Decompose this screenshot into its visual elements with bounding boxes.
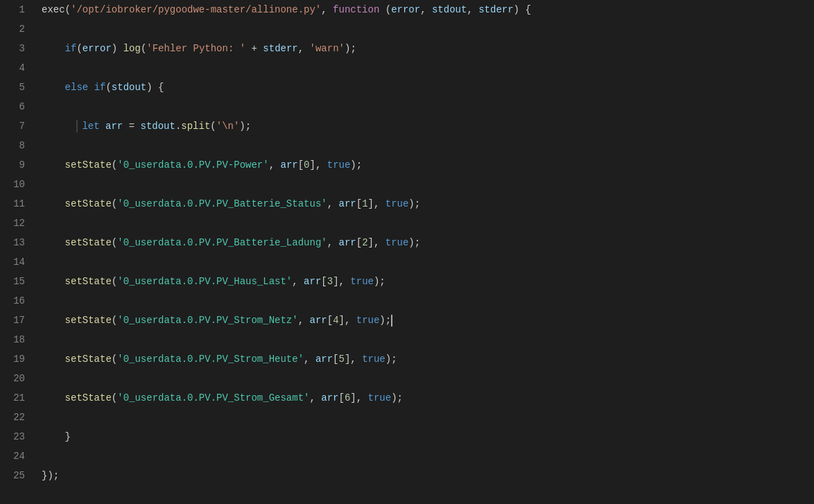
code-line-8	[42, 136, 814, 155]
line-num-15: 15	[6, 272, 25, 291]
code-line-19: setState('0_userdata.0.PV.PV_Strom_Heute…	[42, 349, 814, 369]
code-line-12	[42, 214, 814, 233]
code-line-1: exec('/opt/iobroker/pygoodwe-master/alli…	[42, 0, 814, 19]
line-num-6: 6	[6, 97, 25, 116]
code-line-25: });	[42, 466, 814, 485]
line-num-3: 3	[6, 39, 25, 58]
line-num-1: 1	[6, 0, 25, 19]
line-num-12: 12	[6, 214, 25, 233]
code-line-14	[42, 252, 814, 272]
line-num-4: 4	[6, 58, 25, 78]
line-num-5: 5	[6, 78, 25, 97]
code-line-16	[42, 291, 814, 311]
code-line-4	[42, 58, 814, 78]
line-num-21: 21	[6, 388, 25, 408]
line-num-23: 23	[6, 427, 25, 446]
code-line-13: setState('0_userdata.0.PV.PV_Batterie_La…	[42, 233, 814, 252]
code-line-6	[42, 97, 814, 116]
indent-guide	[76, 120, 78, 132]
code-line-9: setState('0_userdata.0.PV.PV-Power', arr…	[42, 155, 814, 175]
code-editor: 1 2 3 4 5 6 7 8 9 10 11 12 13 14 15 16 1…	[0, 0, 814, 504]
code-line-22	[42, 408, 814, 427]
line-num-19: 19	[6, 349, 25, 369]
code-line-15: setState('0_userdata.0.PV.PV_Haus_Last',…	[42, 272, 814, 291]
code-line-10	[42, 175, 814, 194]
line-num-22: 22	[6, 408, 25, 427]
line-num-10: 10	[6, 175, 25, 194]
line-num-8: 8	[6, 136, 25, 155]
line-numbers: 1 2 3 4 5 6 7 8 9 10 11 12 13 14 15 16 1…	[0, 0, 33, 504]
line-num-16: 16	[6, 291, 25, 311]
line-num-18: 18	[6, 330, 25, 349]
code-line-2	[42, 19, 814, 39]
code-line-24	[42, 446, 814, 466]
line-num-25: 25	[6, 466, 25, 485]
code-content: exec('/opt/iobroker/pygoodwe-master/alli…	[33, 0, 814, 504]
code-line-20	[42, 369, 814, 388]
line-num-24: 24	[6, 446, 25, 466]
line-num-14: 14	[6, 252, 25, 272]
line-num-9: 9	[6, 155, 25, 175]
code-line-5: else if(stdout) {	[42, 78, 814, 97]
code-line-17: setState('0_userdata.0.PV.PV_Strom_Netz'…	[42, 311, 814, 330]
line-num-7: 7	[6, 116, 25, 136]
code-line-21: setState('0_userdata.0.PV.PV_Strom_Gesam…	[42, 388, 814, 408]
line-num-13: 13	[6, 233, 25, 252]
code-line-7: let arr = stdout.split('\n');	[42, 116, 814, 136]
code-line-11: setState('0_userdata.0.PV.PV_Batterie_St…	[42, 194, 814, 214]
line-num-17: 17	[6, 311, 25, 330]
code-line-3: if(error) log('Fehler Python: ' + stderr…	[42, 39, 814, 58]
code-line-18	[42, 330, 814, 349]
line-num-11: 11	[6, 194, 25, 214]
line-num-20: 20	[6, 369, 25, 388]
line-num-2: 2	[6, 19, 25, 39]
code-line-23: }	[42, 427, 814, 446]
